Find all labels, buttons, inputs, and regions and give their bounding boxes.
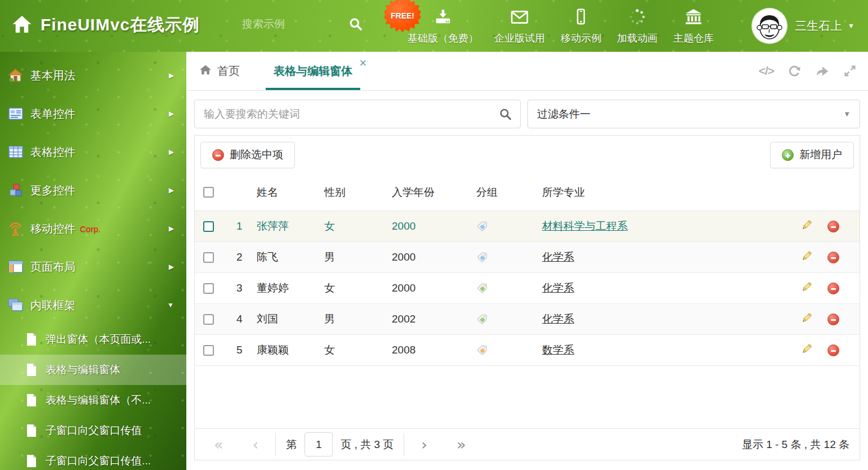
header-search[interactable]: 搜索示例 [242,17,363,32]
row-number: 4 [229,313,257,325]
logo[interactable]: FineUIMvc在线示例 [11,14,200,37]
sidebar-item-page-layout[interactable]: 页面布局 ▶ [0,248,186,286]
edit-pencil-icon[interactable] [800,281,813,296]
prev-page-button[interactable]: ‹ [253,437,259,452]
filter-dropdown[interactable]: 过滤条件一 ▼ [527,100,860,128]
sidebar-subitem-grid-edit-window[interactable]: 表格与编辑窗体 [0,355,186,385]
major-link[interactable]: 化学系 [542,312,574,326]
delete-row-icon[interactable] [827,252,839,263]
expand-button[interactable] [843,64,857,78]
tag-icon [476,344,542,356]
chevron-right-icon: ▶ [169,225,174,232]
search-icon[interactable] [499,108,512,123]
delete-selected-button[interactable]: 删除选中项 [200,142,295,168]
row-number: 2 [229,251,257,263]
chevron-right-icon: ▶ [169,186,174,194]
row-number: 5 [229,344,257,356]
first-page-button[interactable]: « [214,437,223,452]
page-label-suffix: 页 , 共 3 页 [341,437,393,452]
row-checkbox[interactable] [203,314,214,325]
major-link[interactable]: 数学系 [542,343,574,357]
sidebar-item-mobile-controls[interactable]: 移动控件 Corp. ▶ [0,209,186,248]
row-checkbox[interactable] [203,221,214,232]
cell-gender: 女 [324,281,392,296]
refresh-button[interactable] [788,64,802,78]
app-title: FineUIMvc在线示例 [41,14,200,37]
delete-row-icon[interactable] [827,314,839,325]
close-icon[interactable]: ✕ [359,57,367,69]
top-header: FineUIMvc在线示例 搜索示例 FREE! 基础版（免费） 企业版试 [0,0,868,52]
delete-row-icon[interactable] [827,221,839,232]
file-icon [25,363,38,377]
nav-item-theme-repo[interactable]: 主题仓库 [673,8,714,45]
user-menu[interactable]: 三生石上 ▼ [795,18,854,34]
search-icon[interactable] [264,17,363,34]
table-row[interactable]: 4 刘国 男 2002 化学系 [195,304,860,335]
minus-circle-icon [212,149,224,161]
column-gender[interactable]: 性别 [324,185,392,200]
edit-pencil-icon[interactable] [800,343,813,358]
delete-row-icon[interactable] [827,283,839,294]
nav-item-basic-edition[interactable]: 基础版（免费） [408,8,478,45]
nav-item-label: 基础版（免费） [408,32,478,45]
delete-row-icon[interactable] [827,344,839,356]
corp-badge: Corp. [80,224,101,234]
nav-item-enterprise-trial[interactable]: 企业版试用 [494,8,545,45]
page-label-prefix: 第 [286,437,297,452]
row-checkbox[interactable] [203,252,214,263]
table-row[interactable]: 1 张萍萍 女 2000 材料科学与工程系 [195,211,860,242]
sidebar-item-basic-usage[interactable]: 基本用法 ▶ [0,56,186,95]
cubes-icon [8,183,23,198]
sidebar-item-grid-controls[interactable]: 表格控件 ▶ [0,133,186,171]
table-row[interactable]: 2 陈飞 男 2000 化学系 [195,242,860,273]
tab-home-label: 首页 [217,64,240,79]
last-page-button[interactable]: » [457,437,466,452]
tab-grid-edit-window[interactable]: 表格与编辑窗体 ✕ [266,52,360,90]
major-link[interactable]: 化学系 [542,281,574,296]
page-content: 过滤条件一 ▼ 删除选中项 新增用户 [186,91,868,470]
major-link[interactable]: 化学系 [542,250,574,265]
sidebar-subitem-grid-edit-window-alt[interactable]: 表格与编辑窗体（不... [0,385,186,415]
sidebar-item-label: 更多控件 [30,183,75,198]
edit-pencil-icon[interactable] [800,312,813,327]
next-page-button[interactable]: › [421,437,427,452]
pager-divider [275,433,276,456]
tab-home[interactable]: 首页 [195,52,243,90]
forward-button[interactable] [815,64,830,78]
column-major[interactable]: 所学专业 [542,185,795,200]
sidebar-item-form-controls[interactable]: 表单控件 ▶ [0,95,186,133]
sidebar-item-label: 内联框架 [30,298,75,313]
main-area: 首页 表格与编辑窗体 ✕ </> [186,52,868,470]
row-checkbox[interactable] [203,345,214,356]
page-number-input[interactable] [305,432,333,456]
user-name: 三生石上 [795,18,842,34]
column-group[interactable]: 分组 [476,185,542,200]
filter-dropdown-value: 过滤条件一 [537,107,590,122]
column-name[interactable]: 姓名 [257,185,324,200]
sidebar-subitem-popup-window[interactable]: 弹出窗体（本页面或... [0,324,186,355]
user-avatar[interactable] [753,9,786,43]
sidebar-subitem-child-to-parent-alt[interactable]: 子窗口向父窗口传值... [0,446,186,470]
file-icon [25,454,38,468]
sidebar-item-inline-frame[interactable]: 内联框架 ▼ [0,286,186,324]
sidebar: 基本用法 ▶ 表单控件 ▶ 表格控件 ▶ 更多 [0,52,186,470]
tab-bar: 首页 表格与编辑窗体 ✕ </> [186,52,868,91]
nav-item-loading-animation[interactable]: 加载动画 [617,8,657,45]
column-year[interactable]: 入学年份 [392,185,476,200]
tag-icon [476,314,542,325]
table-row[interactable]: 5 康颖颖 女 2008 数学系 [195,335,860,366]
sidebar-subitem-child-to-parent[interactable]: 子窗口向父窗口传值 [0,415,186,446]
select-all-checkbox[interactable] [203,187,214,198]
keyword-search-input[interactable] [195,100,520,128]
table-icon [8,146,23,158]
nav-item-mobile-demo[interactable]: 移动示例 [561,8,601,45]
sidebar-item-more-controls[interactable]: 更多控件 ▶ [0,171,186,209]
edit-pencil-icon[interactable] [800,219,813,234]
edit-pencil-icon[interactable] [800,250,813,265]
source-code-button[interactable]: </> [759,64,774,78]
nav-item-label: 移动示例 [561,32,601,45]
table-row[interactable]: 3 董婷婷 女 2000 化学系 [195,273,860,304]
row-checkbox[interactable] [203,283,214,294]
add-user-button[interactable]: 新增用户 [770,142,854,168]
major-link[interactable]: 材料科学与工程系 [542,219,628,234]
